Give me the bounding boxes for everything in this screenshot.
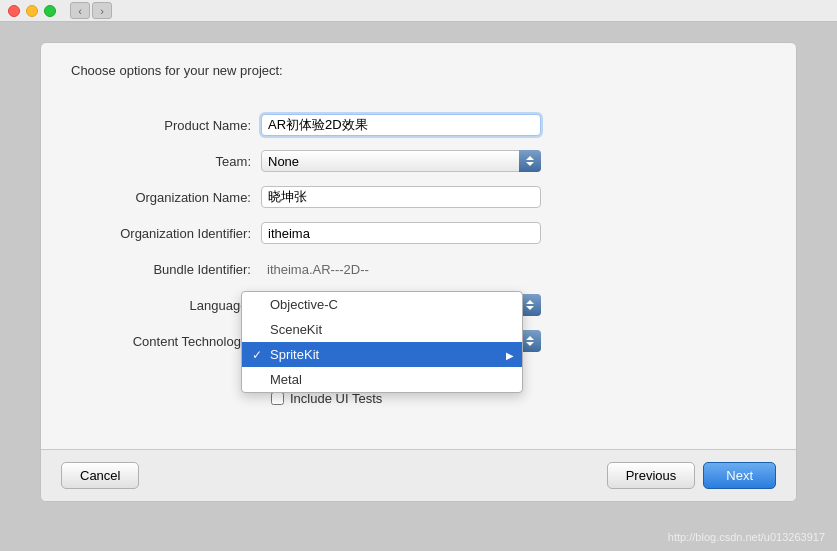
submenu-arrow-spritekit: ▶ bbox=[506, 349, 514, 360]
dropdown-item-metal[interactable]: Metal bbox=[242, 367, 522, 392]
previous-button[interactable]: Previous bbox=[607, 462, 696, 489]
minimize-button[interactable] bbox=[26, 5, 38, 17]
org-name-input[interactable] bbox=[261, 186, 541, 208]
bundle-identifier-value: itheima.AR---2D-- bbox=[261, 258, 541, 280]
dropdown-item-label: Objective-C bbox=[270, 297, 338, 312]
content-tech-dropdown: Objective-C SceneKit ✓ SpriteKit ▶ Metal bbox=[241, 291, 523, 393]
product-name-row: Product Name: bbox=[71, 114, 766, 136]
team-label: Team: bbox=[71, 154, 261, 169]
back-arrow[interactable]: ‹ bbox=[70, 2, 90, 19]
close-button[interactable] bbox=[8, 5, 20, 17]
team-row: Team: None bbox=[71, 150, 766, 172]
ui-tests-row: Include UI Tests bbox=[71, 391, 766, 406]
team-select[interactable]: None bbox=[261, 150, 541, 172]
check-mark-spritekit: ✓ bbox=[252, 348, 262, 362]
org-name-row: Organization Name: bbox=[71, 186, 766, 208]
product-name-label: Product Name: bbox=[71, 118, 261, 133]
dialog-footer: Cancel Previous Next bbox=[41, 449, 796, 501]
dropdown-item-scenekit[interactable]: SceneKit bbox=[242, 317, 522, 342]
next-button[interactable]: Next bbox=[703, 462, 776, 489]
bundle-identifier-row: Bundle Identifier: itheima.AR---2D-- bbox=[71, 258, 766, 280]
dropdown-item-objective-c[interactable]: Objective-C bbox=[242, 292, 522, 317]
ui-tests-label: Include UI Tests bbox=[290, 391, 382, 406]
cancel-button[interactable]: Cancel bbox=[61, 462, 139, 489]
form-area: Product Name: Team: None Organization Na… bbox=[41, 94, 796, 446]
org-name-label: Organization Name: bbox=[71, 190, 261, 205]
language-label: Language: bbox=[71, 298, 261, 313]
nav-button-group: Previous Next bbox=[607, 462, 776, 489]
dialog: Choose options for your new project: Pro… bbox=[40, 42, 797, 502]
org-identifier-input[interactable] bbox=[261, 222, 541, 244]
ui-tests-checkbox[interactable] bbox=[271, 392, 284, 405]
content-tech-label: Content Technology: bbox=[71, 334, 261, 349]
window-chrome: ‹ › bbox=[0, 0, 837, 22]
product-name-input[interactable] bbox=[261, 114, 541, 136]
nav-arrows: ‹ › bbox=[70, 2, 112, 19]
dropdown-item-label: SceneKit bbox=[270, 322, 322, 337]
dialog-title: Choose options for your new project: bbox=[41, 63, 796, 94]
forward-arrow[interactable]: › bbox=[92, 2, 112, 19]
org-identifier-label: Organization Identifier: bbox=[71, 226, 261, 241]
watermark: http://blog.csdn.net/u013263917 bbox=[668, 531, 825, 543]
team-select-wrapper: None bbox=[261, 150, 541, 172]
org-identifier-row: Organization Identifier: bbox=[71, 222, 766, 244]
bundle-identifier-label: Bundle Identifier: bbox=[71, 262, 261, 277]
dropdown-item-label: Metal bbox=[270, 372, 302, 387]
maximize-button[interactable] bbox=[44, 5, 56, 17]
dropdown-item-label: SpriteKit bbox=[270, 347, 319, 362]
dropdown-item-spritekit[interactable]: ✓ SpriteKit ▶ bbox=[242, 342, 522, 367]
